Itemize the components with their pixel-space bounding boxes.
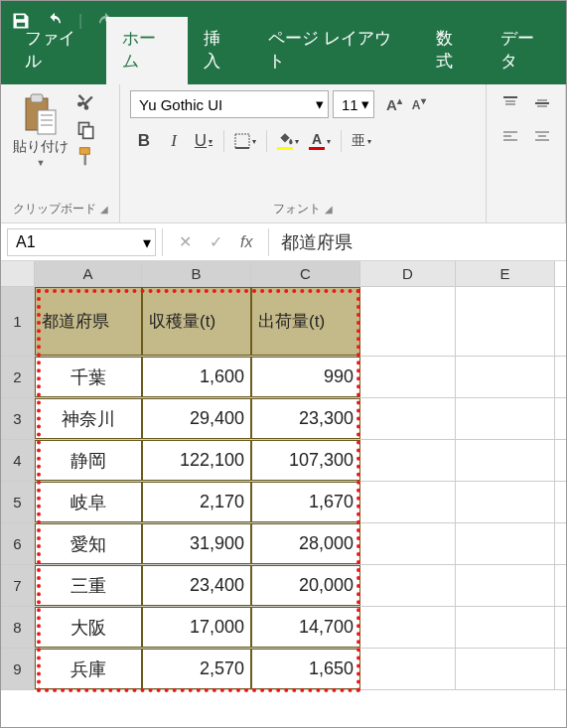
cell[interactable] [456,607,555,648]
decrease-font-button[interactable]: A▾ [408,93,430,115]
col-header-C[interactable]: C [251,261,360,286]
cell[interactable]: 2,570 [142,649,251,689]
cell[interactable]: 兵庫 [35,649,142,689]
table-row: 9 兵庫 2,570 1,650 [1,649,566,690]
cell[interactable]: 三重 [35,565,142,606]
cell[interactable]: 神奈川 [35,398,142,439]
cell[interactable] [456,649,555,689]
confirm-icon[interactable]: ✓ [210,232,222,251]
cut-icon[interactable] [76,94,96,114]
col-header-D[interactable]: D [360,261,456,286]
cell[interactable] [456,357,555,397]
tab-file[interactable]: ファイル [9,17,106,84]
cell[interactable]: 122,100 [142,440,251,481]
font-color-button[interactable]: A ▾ [305,128,335,154]
cell[interactable] [360,649,456,689]
redo-icon[interactable] [94,12,116,30]
font-name-select[interactable]: Yu Gothic UI ▾ [130,90,329,118]
cell[interactable]: 2,170 [142,482,251,522]
cell[interactable]: 29,400 [142,398,251,439]
italic-button[interactable]: I [160,128,188,154]
cell[interactable]: 都道府県 [35,287,142,356]
paste-button[interactable]: 貼り付け ▼ [11,90,71,170]
row-header[interactable]: 3 [1,398,35,439]
tab-data[interactable]: データ [485,17,566,84]
underline-button[interactable]: U▾ [190,128,217,154]
cell[interactable]: 収穫量(t) [142,287,251,356]
select-all-corner[interactable] [1,261,35,286]
cell[interactable]: 14,700 [251,607,360,648]
name-box[interactable]: A1 ▾ [7,228,156,256]
formula-input[interactable]: 都道府県 [269,230,566,254]
tab-pagelayout[interactable]: ページ レイアウト [252,17,420,84]
align-center-button[interactable] [528,124,556,150]
row-header[interactable]: 8 [1,607,35,648]
cell[interactable]: 愛知 [35,523,142,564]
cell[interactable] [360,398,456,439]
cell[interactable] [456,482,555,522]
row-header[interactable]: 5 [1,482,35,522]
row-header[interactable]: 4 [1,440,35,481]
dialog-launcher-icon[interactable]: ◢ [325,204,333,215]
table-row: 4 静岡 122,100 107,300 [1,440,566,482]
row-header[interactable]: 1 [1,287,35,356]
cell[interactable]: 28,000 [251,523,360,564]
row-header[interactable]: 6 [1,523,35,564]
fx-icon[interactable]: fx [240,233,252,251]
dialog-launcher-icon[interactable]: ◢ [100,204,108,215]
tab-formulas[interactable]: 数式 [420,17,485,84]
col-header-B[interactable]: B [142,261,251,286]
row-header[interactable]: 7 [1,565,35,606]
cell[interactable] [360,565,456,606]
copy-icon[interactable] [76,120,96,140]
svg-rect-8 [235,134,249,148]
align-left-button[interactable] [496,124,524,150]
cell[interactable]: 31,900 [142,523,251,564]
increase-font-button[interactable]: A▴ [382,93,406,115]
cell[interactable]: 990 [251,357,360,397]
cell[interactable] [360,607,456,648]
cell[interactable]: 17,000 [142,607,251,648]
table-row: 5 岐阜 2,170 1,670 [1,482,566,523]
format-painter-icon[interactable] [76,146,96,166]
alignment-group [487,84,566,222]
cell[interactable]: 20,000 [251,565,360,606]
cell[interactable] [456,287,555,356]
cell[interactable]: 岐阜 [35,482,142,522]
bold-button[interactable]: B [130,128,158,154]
cell[interactable] [360,440,456,481]
cell[interactable]: 大阪 [35,607,142,648]
row-header[interactable]: 2 [1,357,35,397]
chevron-down-icon: ▼ [37,158,46,168]
tab-home[interactable]: ホーム [106,17,188,84]
cell[interactable] [456,398,555,439]
cell[interactable]: 出荷量(t) [251,287,360,356]
col-header-E[interactable]: E [456,261,555,286]
cell[interactable]: 23,400 [142,565,251,606]
tab-insert[interactable]: 挿入 [188,17,252,84]
align-middle-button[interactable] [528,90,556,116]
cell[interactable]: 107,300 [251,440,360,481]
cell[interactable] [360,287,456,356]
cell[interactable]: 23,300 [251,398,360,439]
fill-color-button[interactable]: ▾ [273,128,303,154]
cell[interactable] [456,565,555,606]
cell[interactable]: 千葉 [35,357,142,397]
cell[interactable]: 1,670 [251,482,360,522]
align-top-button[interactable] [496,90,524,116]
cell[interactable] [456,440,555,481]
cell[interactable]: 1,650 [251,649,360,689]
cell[interactable] [360,523,456,564]
cell[interactable] [360,482,456,522]
cell[interactable] [456,523,555,564]
borders-button[interactable]: ▾ [230,128,260,154]
cell[interactable]: 1,600 [142,357,251,397]
phonetic-button[interactable]: 亜▾ [348,128,375,154]
cell[interactable] [360,357,456,397]
row-header[interactable]: 9 [1,649,35,689]
chevron-down-icon: ▾ [316,95,324,113]
cancel-icon[interactable]: ✕ [179,232,192,251]
cell[interactable]: 静岡 [35,440,142,481]
font-size-select[interactable]: 11 ▾ [333,90,374,118]
col-header-A[interactable]: A [35,261,142,286]
